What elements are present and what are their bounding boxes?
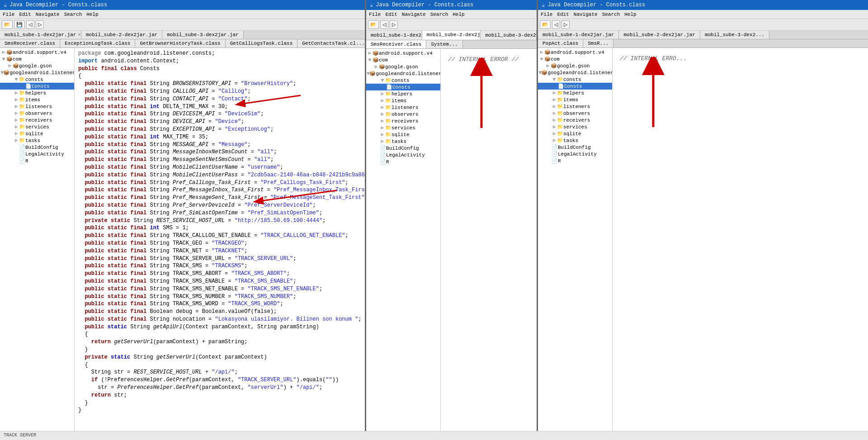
sub-tab-sms-3[interactable]: SmsR... (583, 39, 613, 47)
tree-item-sqlite-2[interactable]: ▷ 📁 sqlite (366, 131, 440, 138)
tree-item-android-3[interactable]: ▷ 📦 android.support.v4 (538, 49, 612, 56)
tree-item-listener-2[interactable]: ▽ 📦 googleandroid.listener (366, 70, 440, 77)
tree-item-listeners-2[interactable]: ▷ 📁 listeners (366, 104, 440, 111)
menu-edit-2[interactable]: Edit (385, 12, 397, 17)
tree-toggle[interactable]: ▷ (14, 97, 19, 102)
menu-help-2[interactable]: Help (453, 12, 464, 17)
tree-item-listener-3[interactable]: ▽ 📦 googleandroid.listener (538, 69, 612, 76)
tree-toggle[interactable]: ▷ (380, 105, 385, 110)
tree-toggle[interactable]: ▷ (14, 124, 19, 129)
toolbar-open-2[interactable]: 📂 (368, 20, 379, 29)
tab-jar2-pane3[interactable]: mobil_sube-2-dex2jar.jar (619, 31, 700, 39)
tree-toggle[interactable]: ▷ (1, 50, 6, 55)
tab-jar1-pane3[interactable]: mobil_sube-1-dex2jar.jar (538, 31, 619, 39)
menu-help-1[interactable]: Help (86, 12, 98, 17)
tree-item-listener[interactable]: ▽ 📦 googleandroid.listener (0, 69, 74, 76)
tree-toggle[interactable]: ▷ (373, 64, 379, 69)
tree-item-receivers-2[interactable]: ▷ 📁 receivers (366, 118, 440, 124)
tree-toggle[interactable]: ▷ (14, 111, 19, 116)
tree-toggle[interactable]: ▷ (380, 139, 385, 144)
tab-jar1-pane1[interactable]: mobil_sube-1-dex2jar.jar × (0, 31, 81, 39)
tree-item-observers-2[interactable]: ▷ 📁 observers (366, 111, 440, 118)
tab-jar3-pane3[interactable]: mobil_sube-3-dex2... (700, 31, 769, 39)
tree-item-items[interactable]: ▷ 📁 items (0, 96, 74, 103)
tree-toggle[interactable]: ▷ (367, 51, 373, 56)
tree-toggle[interactable]: ▽ (367, 57, 373, 62)
toolbar-save-1[interactable]: 💾 (14, 20, 25, 29)
tree-item-gson-3[interactable]: ▷ 📦 google.gson (538, 62, 612, 69)
tree-toggle[interactable]: ▷ (14, 90, 19, 95)
tree-toggle[interactable]: ▷ (14, 104, 19, 109)
toolbar-back-1[interactable]: ◁ (26, 20, 34, 29)
tree-toggle[interactable]: ▷ (539, 50, 544, 55)
tree-item-helpers[interactable]: ▷ 📁 helpers (0, 90, 74, 96)
tree-item-consts-folder[interactable]: ▽ 📁 consts (0, 76, 74, 83)
tree-toggle[interactable]: ▽ (539, 57, 544, 62)
toolbar-fwd-1[interactable]: ▷ (36, 20, 44, 29)
tree-toggle[interactable]: ▽ (552, 77, 557, 82)
tree-toggle[interactable]: ▷ (380, 125, 385, 130)
tree-item-helpers-2[interactable]: ▷ 📁 helpers (366, 90, 440, 97)
tree-toggle[interactable]: ▷ (552, 104, 557, 109)
tree-item-buildconfig-2[interactable]: 📄 BuildConfig (366, 145, 440, 151)
menu-file-3[interactable]: File (541, 12, 552, 17)
tree-item-com[interactable]: ▽ 📦 com (0, 56, 74, 62)
tree-item-legalactivity-3[interactable]: 📄 LegalActivity (538, 151, 612, 157)
tree-toggle[interactable]: ▷ (552, 97, 557, 102)
menu-file-1[interactable]: File (3, 12, 14, 17)
toolbar-fwd-2[interactable]: ▷ (390, 20, 398, 29)
tree-item-observers-3[interactable]: ▷ 📁 observers (538, 110, 612, 117)
tree-item-services-3[interactable]: ▷ 📁 services (538, 123, 612, 130)
tree-item-consts-folder-3[interactable]: ▽ 📁 consts (538, 76, 612, 83)
tree-item-r[interactable]: 📄 R (0, 157, 74, 164)
menu-navigate-3[interactable]: Navigate (574, 12, 598, 17)
tree-item-receivers[interactable]: ▷ 📁 receivers (0, 117, 74, 123)
toolbar-open-3[interactable]: 📂 (540, 20, 551, 29)
tree-toggle[interactable]: ▷ (7, 63, 13, 68)
menu-search-1[interactable]: Search (64, 12, 82, 17)
tree-item-android[interactable]: ▷ 📦 android.support.v4 (0, 49, 74, 56)
tree-item-com-3[interactable]: ▽ 📦 com (538, 56, 612, 62)
tree-toggle[interactable]: ▷ (14, 138, 19, 143)
tree-item-tasks-3[interactable]: ▷ 📁 tasks (538, 137, 612, 144)
menu-navigate-2[interactable]: Navigate (402, 12, 426, 17)
toolbar-back-3[interactable]: ◁ (552, 20, 560, 29)
tree-item-com-2[interactable]: ▽ 📦 com (366, 57, 440, 63)
tree-item-buildconfig[interactable]: 📄 BuildConfig (0, 144, 74, 151)
menu-file-2[interactable]: File (369, 12, 381, 17)
menu-search-2[interactable]: Search (430, 12, 448, 17)
tree-toggle[interactable]: ▷ (545, 63, 551, 68)
tree-item-services[interactable]: ▷ 📁 services (0, 123, 74, 130)
sub-tab-contacts-1[interactable]: GetContactsTask.cl... (297, 39, 366, 47)
tree-item-sqlite-3[interactable]: ▷ 📁 sqlite (538, 130, 612, 137)
tree-toggle[interactable]: ▷ (552, 118, 557, 123)
tree-item-listeners-3[interactable]: ▷ 📁 listeners (538, 103, 612, 110)
tree-item-consts-class-2[interactable]: 📄 Consts (366, 84, 440, 90)
sub-tab-sms-2[interactable]: SmsReceiver.class (366, 40, 426, 48)
tree-toggle[interactable]: ▷ (552, 90, 557, 95)
tree-item-tasks[interactable]: ▷ 📁 tasks (0, 137, 74, 144)
menu-edit-3[interactable]: Edit (557, 12, 569, 17)
sub-tab-browser-1[interactable]: GetBrowserHistoryTask.class (135, 39, 225, 47)
tree-toggle[interactable]: ▷ (552, 131, 557, 136)
tree-item-consts-class-3[interactable]: 📄 Consts (538, 83, 612, 90)
toolbar-back-2[interactable]: ◁ (380, 20, 388, 29)
tree-item-consts-folder-2[interactable]: ▽ 📁 consts (366, 77, 440, 84)
tree-item-legalactivity-2[interactable]: 📄 LegalActivity (366, 151, 440, 158)
sub-tab-sms-1[interactable]: SmsReceiver.class (0, 39, 60, 47)
tab-jar3-pane1[interactable]: mobil_sube-3-dex2jar.jar (162, 31, 243, 39)
menu-edit-1[interactable]: Edit (19, 12, 31, 17)
tree-item-consts-class[interactable]: 📄 Consts (0, 83, 74, 90)
tree-item-buildconfig-3[interactable]: 📄 BuildConfig (538, 144, 612, 151)
close-tab-btn[interactable]: × (78, 33, 80, 38)
sub-tab-ex-1[interactable]: ExceptionLogTask.class (60, 39, 135, 47)
sub-tab-calls-1[interactable]: GetCallLogsTask.class (226, 39, 298, 47)
tree-item-listeners[interactable]: ▷ 📁 listeners (0, 103, 74, 110)
tree-item-sqlite[interactable]: ▷ 📁 sqlite (0, 130, 74, 137)
tree-item-items-2[interactable]: ▷ 📁 items (366, 97, 440, 104)
tree-toggle[interactable]: ▷ (552, 138, 557, 143)
tree-toggle[interactable]: ▽ (14, 77, 19, 82)
tree-toggle[interactable]: ▷ (380, 98, 385, 103)
tree-item-r-2[interactable]: 📄 R (366, 158, 440, 165)
tree-toggle[interactable]: ▽ (380, 78, 385, 83)
